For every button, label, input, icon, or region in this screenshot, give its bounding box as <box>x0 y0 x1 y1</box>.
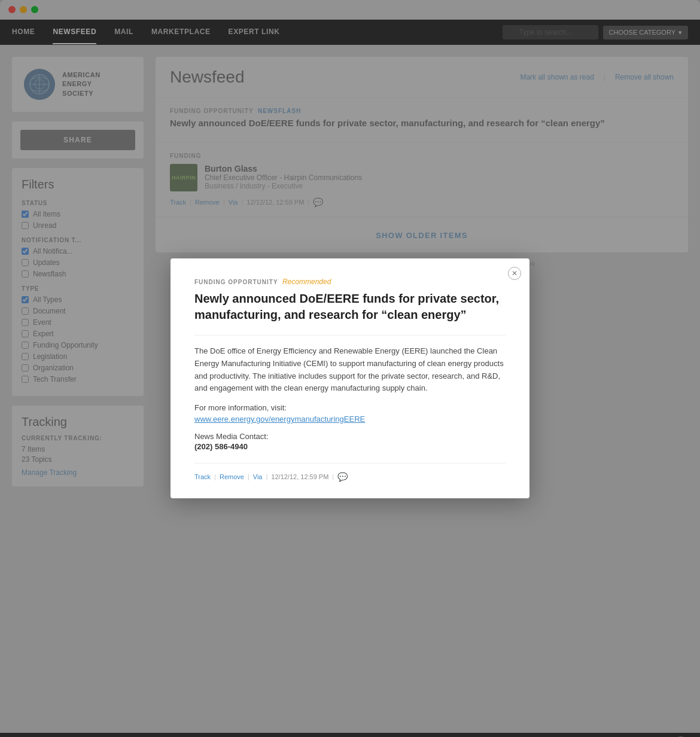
modal-contact-phone: (202) 586-4940 <box>194 442 506 451</box>
modal-tag: FUNDING OPPORTUNITY Recommended <box>194 278 506 286</box>
modal-track-link[interactable]: Track <box>194 473 211 480</box>
modal-link-label: For more information, visit: <box>194 403 506 412</box>
modal-dialog: ✕ FUNDING OPPORTUNITY Recommended Newly … <box>171 258 529 498</box>
modal-recommended-badge: Recommended <box>282 278 331 286</box>
modal-link[interactable]: www.eere.energy.gov/energymanufacturingE… <box>194 415 506 424</box>
modal-contact-label: News Media Contact: <box>194 432 506 441</box>
modal-footer-meta: Track | Remove | Via | 12/12/12, 12:59 P… <box>194 463 506 482</box>
modal-body: The DoE office of Energy Efficiency and … <box>194 345 506 395</box>
modal-close-button[interactable]: ✕ <box>508 267 521 280</box>
modal-comment-icon[interactable]: 💬 <box>337 472 348 482</box>
modal-date: 12/12/12, 12:59 PM <box>271 473 328 480</box>
modal-overlay[interactable]: ✕ FUNDING OPPORTUNITY Recommended Newly … <box>0 0 700 737</box>
modal-via-link[interactable]: Via <box>253 473 263 480</box>
modal-remove-link[interactable]: Remove <box>220 473 244 480</box>
modal-title: Newly announced DoE/EERE funds for priva… <box>194 291 506 323</box>
modal-divider <box>194 335 506 336</box>
